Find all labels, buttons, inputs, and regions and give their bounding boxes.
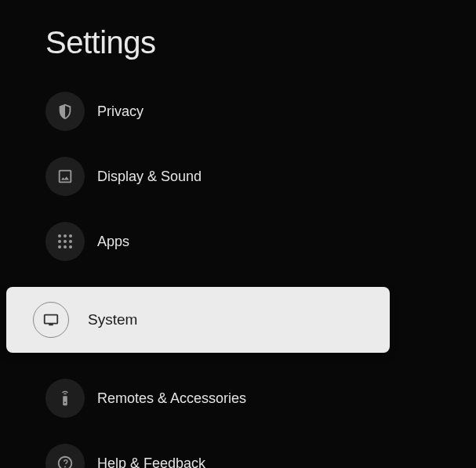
apps-grid-icon [45,222,85,261]
settings-item-label: Privacy [97,103,144,120]
settings-item-remotes-accessories[interactable]: Remotes & Accessories [0,379,476,418]
settings-list: Privacy Display & Sound Apps System Remo… [0,92,476,468]
shield-icon [45,92,85,131]
settings-item-label: Remotes & Accessories [97,390,246,407]
page-title: Settings [0,0,476,92]
settings-item-label: Help & Feedback [97,455,205,469]
settings-item-help-feedback[interactable]: Help & Feedback [0,444,476,468]
settings-item-label: System [88,311,137,328]
remote-icon [45,379,85,418]
settings-item-display-sound[interactable]: Display & Sound [0,157,476,196]
settings-item-system[interactable]: System [6,287,390,353]
help-icon [45,444,85,468]
settings-item-privacy[interactable]: Privacy [0,92,476,131]
settings-item-apps[interactable]: Apps [0,222,476,261]
settings-item-label: Display & Sound [97,169,202,185]
settings-item-label: Apps [97,234,129,250]
image-icon [45,157,85,196]
monitor-icon [33,302,69,338]
